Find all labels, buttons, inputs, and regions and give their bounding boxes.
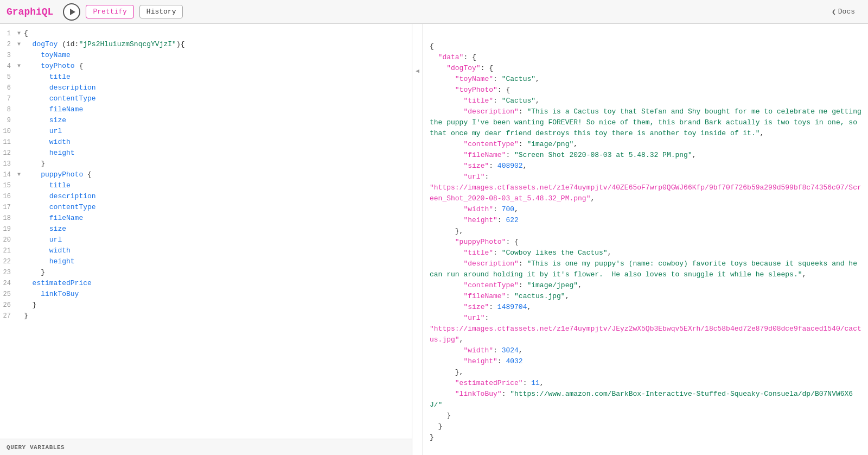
query-line-17: 17 contentType [0, 202, 412, 213]
query-line-6: 6 description [0, 83, 412, 93]
main-area: 1 ▼ { 2 ▼ dogToy (id:"jPs2HluiuzmSnqcgYV… [0, 24, 868, 455]
query-line-24: 24 estimatedPrice [0, 278, 412, 289]
query-line-19: 19 size [0, 224, 412, 235]
pane-divider[interactable]: ◀ [412, 24, 423, 455]
response-content: { "data": { "dogToy": { "toyName": "Cact… [423, 28, 868, 455]
docs-button[interactable]: ❮ Docs [825, 5, 861, 18]
query-line-11: 11 width [0, 137, 412, 148]
query-editor[interactable]: 1 ▼ { 2 ▼ dogToy (id:"jPs2HluiuzmSnqcgYV… [0, 24, 412, 439]
query-line-15: 15 title [0, 180, 412, 191]
query-line-23: 23 } [0, 267, 412, 278]
query-line-8: 8 fileName [0, 104, 412, 115]
svg-marker-0 [70, 9, 75, 15]
query-editor-pane: 1 ▼ { 2 ▼ dogToy (id:"jPs2HluiuzmSnqcgYV… [0, 24, 412, 455]
query-line-1: 1 ▼ { [0, 28, 412, 39]
run-button[interactable] [63, 3, 80, 21]
query-line-12: 12 height [0, 148, 412, 159]
prettify-button[interactable]: Prettify [86, 5, 133, 18]
header: GraphiQL Prettify History ❮ Docs [0, 0, 868, 24]
query-variables-bar[interactable]: QUERY VARIABLES [0, 439, 412, 455]
query-line-13: 13 } [0, 159, 412, 169]
query-line-5: 5 title [0, 72, 412, 83]
query-line-14: 14 ▼ puppyPhoto { [0, 169, 412, 180]
collapse-arrow-icon: ◀ [416, 67, 419, 74]
graphiql-logo: GraphiQL [7, 7, 53, 17]
query-line-10: 10 url [0, 126, 412, 137]
query-line-25: 25 linkToBuy [0, 289, 412, 300]
query-line-22: 22 height [0, 256, 412, 267]
query-line-18: 18 fileName [0, 213, 412, 224]
response-pane[interactable]: { "data": { "dogToy": { "toyName": "Cact… [423, 24, 868, 455]
chevron-left-icon: ❮ [832, 8, 836, 16]
history-button[interactable]: History [139, 5, 183, 18]
query-line-26: 26 } [0, 300, 412, 311]
query-line-27: 27 } [0, 311, 412, 321]
query-line-16: 16 description [0, 191, 412, 202]
query-line-2: 2 ▼ dogToy (id:"jPs2HluiuzmSnqcgYVjzI"){ [0, 39, 412, 50]
query-line-7: 7 contentType [0, 93, 412, 104]
query-line-3: 3 toyName [0, 50, 412, 61]
query-line-21: 21 width [0, 245, 412, 256]
query-line-9: 9 size [0, 115, 412, 126]
query-line-4: 4 ▼ toyPhoto { [0, 61, 412, 72]
query-line-20: 20 url [0, 235, 412, 245]
